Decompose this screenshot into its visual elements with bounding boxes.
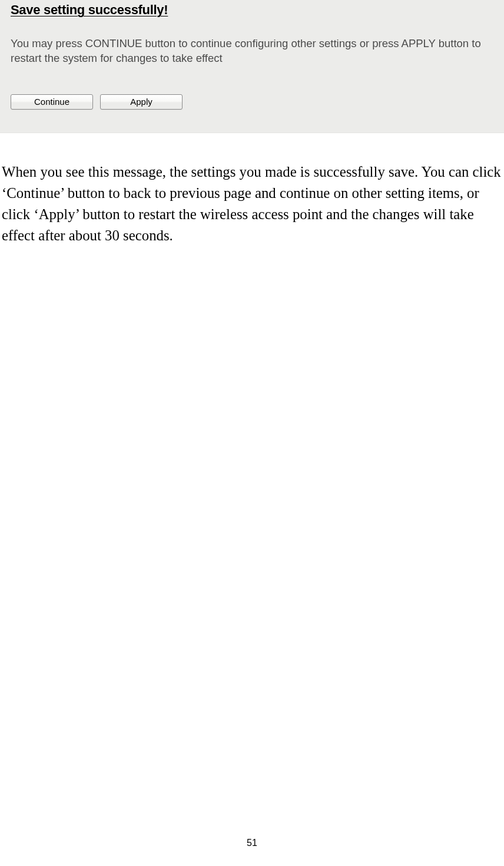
page-number: 51: [0, 838, 504, 848]
apply-button[interactable]: Apply: [100, 94, 183, 110]
continue-button[interactable]: Continue: [11, 94, 93, 110]
dialog-message: You may press CONTINUE button to continu…: [11, 37, 493, 66]
document-body: When you see this message, the settings …: [0, 133, 504, 246]
dialog-button-row: Continue Apply: [11, 94, 493, 110]
body-paragraph: When you see this message, the settings …: [2, 161, 502, 246]
dialog-heading: Save setting successfully!: [11, 0, 493, 18]
save-settings-dialog-screenshot: Save setting successfully! You may press…: [0, 0, 504, 133]
